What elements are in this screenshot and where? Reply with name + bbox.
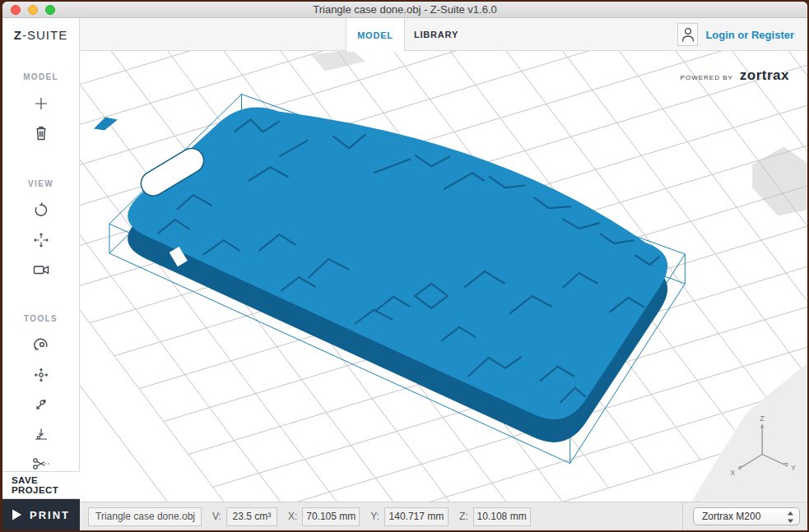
close-button[interactable] [11,5,21,15]
pan-view-button[interactable] [2,230,80,250]
volume-value: 23.5 cm³ [226,507,277,526]
add-model-button[interactable] [2,94,80,113]
camera-view-button[interactable] [2,260,80,280]
rotate-view-button[interactable] [2,201,80,220]
move-tool-button[interactable] [2,365,80,385]
svg-text:Z: Z [760,414,765,423]
scale-tool-icon [31,395,51,414]
login-button[interactable]: Login or Register [677,18,794,51]
y-label: Y: [370,511,379,522]
save-project-button[interactable]: SAVE PROJECT [2,471,80,499]
z-value: 10.108 mm [473,507,531,526]
printer-select-value: Zortrax M200 [702,511,760,522]
print-label: PRINT [30,509,70,521]
camera-icon [31,260,51,280]
platform-edge-area [691,363,807,502]
z-label: Z: [459,511,468,522]
y-value: 140.717 mm [384,507,449,526]
svg-text:Y: Y [791,464,796,472]
trash-icon [31,123,51,143]
zortrax-logo: zortrax [740,67,789,84]
powered-by-label: POWERED BY [681,74,733,81]
move-tool-icon [31,365,51,385]
powered-by-brand: POWERED BY zortrax [681,67,789,84]
place-on-platform-button[interactable] [2,424,80,444]
minimize-button[interactable] [28,5,38,15]
login-label: Login or Register [705,29,794,41]
app-window: Triangle case done.obj - Z-Suite v1.6.0 … [2,2,807,530]
viewport-3d[interactable]: Z Y X [80,51,807,502]
desktop-background: Triangle case done.obj - Z-Suite v1.6.0 … [0,0,809,532]
delete-model-button[interactable] [2,123,80,143]
scale-tool-button[interactable] [2,395,80,414]
model-name-input[interactable] [88,507,202,526]
select-arrows-icon [787,511,794,524]
rotate-view-icon [31,201,51,220]
sidebar-section-model: MODEL [23,72,58,81]
tab-library[interactable]: LIBRARY [405,18,467,51]
window-title: Triangle case done.obj - Z-Suite v1.6.0 [313,3,497,16]
printer-select[interactable]: Zortrax M200 [693,507,800,525]
app-logo: Z-SUITE [2,18,80,51]
sidebar-section-view: VIEW [28,179,53,188]
play-icon [12,509,21,520]
svg-text:X: X [730,469,735,477]
rotate-tool-icon [31,335,51,355]
tab-model[interactable]: MODEL [346,18,405,52]
pan-view-icon [31,230,51,250]
rotate-tool-button[interactable] [2,335,80,355]
person-icon [677,23,698,46]
x-label: X: [288,511,297,522]
print-button[interactable]: PRINT [2,499,80,530]
status-bar-divider [682,502,683,531]
sidebar: MODEL VIEW [2,51,80,471]
fullscreen-button[interactable] [45,5,55,15]
plus-icon [31,94,51,113]
x-value: 70.105 mm [302,507,360,526]
volume-label: V: [212,511,221,522]
title-bar[interactable]: Triangle case done.obj - Z-Suite v1.6.0 [2,2,807,18]
scene-canvas[interactable]: Z Y X [80,51,807,502]
sidebar-section-tools: TOOLS [24,314,58,323]
place-on-platform-icon [31,424,51,444]
app-header: Z-SUITE MODEL LIBRARY Login or Register [2,18,807,51]
status-bar: V: 23.5 cm³ X: 70.105 mm Y: 140.717 mm Z… [80,502,807,530]
